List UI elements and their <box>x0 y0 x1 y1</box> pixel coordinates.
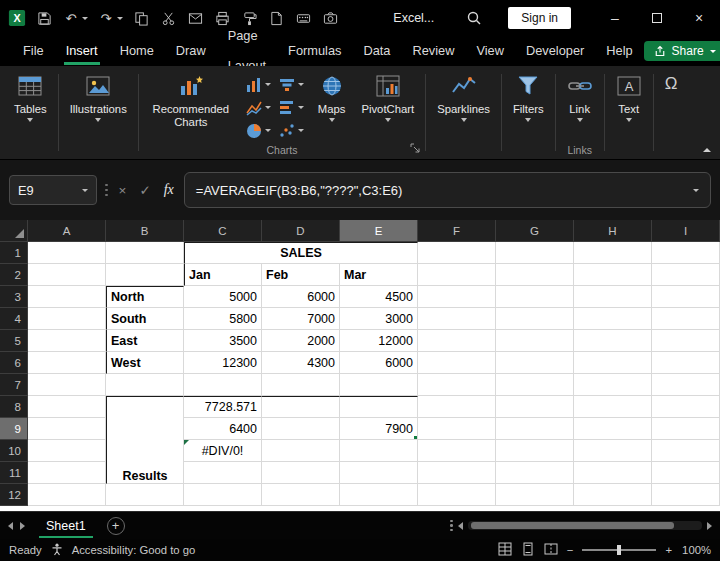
column-header-G[interactable]: G <box>496 220 574 242</box>
menu-tab-help[interactable]: Help <box>595 36 643 66</box>
text-button[interactable]: A Text <box>608 70 650 126</box>
cell-I9[interactable] <box>652 418 720 440</box>
cell-H12[interactable] <box>574 484 652 506</box>
sheet-nav-left-icon[interactable] <box>8 522 13 530</box>
cell-A7[interactable] <box>28 374 106 396</box>
row-header-5[interactable]: 5 <box>0 330 28 352</box>
cell-H10[interactable] <box>574 440 652 462</box>
column-header-E[interactable]: E <box>340 220 418 242</box>
cell-I3[interactable] <box>652 286 720 308</box>
cell-A4[interactable] <box>28 308 106 330</box>
cell-A5[interactable] <box>28 330 106 352</box>
menu-tab-insert[interactable]: Insert <box>55 36 109 66</box>
cell-D3[interactable]: 6000 <box>262 286 340 308</box>
cell-D7[interactable] <box>262 374 340 396</box>
menu-tab-formulas[interactable]: Formulas <box>277 36 352 66</box>
share-button[interactable]: Share <box>644 41 720 61</box>
cell-I8[interactable] <box>652 396 720 418</box>
filters-button[interactable]: Filters <box>505 70 552 126</box>
row-header-11[interactable]: 11 <box>0 462 28 484</box>
cell-G4[interactable] <box>496 308 574 330</box>
cell-H6[interactable] <box>574 352 652 374</box>
column-header-H[interactable]: H <box>574 220 652 242</box>
expand-formula-bar-icon[interactable] <box>693 189 699 192</box>
row-header-12[interactable]: 12 <box>0 484 28 506</box>
illustrations-button[interactable]: Illustrations <box>62 70 135 126</box>
column-header-F[interactable]: F <box>418 220 496 242</box>
cell-D10[interactable] <box>262 440 340 462</box>
cell-D2[interactable]: Feb <box>262 264 340 286</box>
redo-dropdown-icon[interactable] <box>117 17 123 20</box>
cancel-icon[interactable]: × <box>116 183 130 198</box>
cell-C7[interactable] <box>184 374 262 396</box>
column-header-I[interactable]: I <box>652 220 720 242</box>
cell-E10[interactable] <box>340 440 418 462</box>
accessibility-status[interactable]: Accessibility: Good to go <box>72 544 196 556</box>
cell-G7[interactable] <box>496 374 574 396</box>
mini-bar-chart-button[interactable] <box>275 99 308 117</box>
cell-F3[interactable] <box>418 286 496 308</box>
cell-A1[interactable] <box>28 242 106 264</box>
column-header-B[interactable]: B <box>106 220 184 242</box>
cell-G9[interactable] <box>496 418 574 440</box>
row-header-7[interactable]: 7 <box>0 374 28 396</box>
accept-icon[interactable]: ✓ <box>136 182 153 198</box>
cell-C11[interactable] <box>184 462 262 484</box>
cell-B4[interactable]: South <box>106 308 184 330</box>
tables-button[interactable]: Tables <box>6 70 55 126</box>
cell-A10[interactable] <box>28 440 106 462</box>
cell-G12[interactable] <box>496 484 574 506</box>
charts-dialog-launcher-icon[interactable] <box>410 142 420 156</box>
mini-funnel-chart-button[interactable] <box>275 76 308 94</box>
row-header-8[interactable]: 8 <box>0 396 28 418</box>
cell-G1[interactable] <box>496 242 574 264</box>
zoom-slider[interactable] <box>582 544 656 556</box>
cell-I7[interactable] <box>652 374 720 396</box>
row-header-1[interactable]: 1 <box>0 242 28 264</box>
cell-C3[interactable]: 5000 <box>184 286 262 308</box>
zoom-out-button[interactable]: − <box>567 544 574 556</box>
name-box-dropdown-icon[interactable] <box>82 189 88 192</box>
menu-tab-review[interactable]: Review <box>401 36 465 66</box>
scroll-right-icon[interactable] <box>707 522 712 530</box>
cell-D8[interactable] <box>262 396 340 418</box>
cell-E3[interactable]: 4500 <box>340 286 418 308</box>
close-button[interactable]: × <box>678 0 720 36</box>
cell-I1[interactable] <box>652 242 720 264</box>
mini-column-chart-button[interactable] <box>242 76 275 94</box>
symbols-button[interactable]: Ω <box>657 70 686 98</box>
cell-F12[interactable] <box>418 484 496 506</box>
sheet-nav-right-icon[interactable] <box>20 522 25 530</box>
cell-B5[interactable]: East <box>106 330 184 352</box>
cell-I5[interactable] <box>652 330 720 352</box>
name-box[interactable]: E9 <box>9 175 97 205</box>
formula-input[interactable]: =AVERAGEIF(B3:B6,"????",C3:E6) <box>184 172 711 208</box>
cell-E12[interactable] <box>340 484 418 506</box>
select-all-corner[interactable] <box>0 220 28 242</box>
cell-F6[interactable] <box>418 352 496 374</box>
cell-E6[interactable]: 6000 <box>340 352 418 374</box>
cell-C2[interactable]: Jan <box>184 264 262 286</box>
zoom-level[interactable]: 100% <box>681 544 711 556</box>
cell-C9[interactable]: 6400 <box>184 418 262 440</box>
cell-I2[interactable] <box>652 264 720 286</box>
menu-tab-file[interactable]: File <box>12 36 55 66</box>
cell-E2[interactable]: Mar <box>340 264 418 286</box>
cell-H7[interactable] <box>574 374 652 396</box>
cell-D5[interactable]: 2000 <box>262 330 340 352</box>
cell-D6[interactable]: 4300 <box>262 352 340 374</box>
cell-B12[interactable] <box>106 484 184 506</box>
cell-B8[interactable]: Results <box>106 396 184 484</box>
row-header-4[interactable]: 4 <box>0 308 28 330</box>
insert-function-icon[interactable]: fx <box>161 182 177 198</box>
cell-G2[interactable] <box>496 264 574 286</box>
row-header-3[interactable]: 3 <box>0 286 28 308</box>
cell-E11[interactable] <box>340 462 418 484</box>
cell-G8[interactable] <box>496 396 574 418</box>
cell-B3[interactable]: North <box>106 286 184 308</box>
cell-H11[interactable] <box>574 462 652 484</box>
column-header-D[interactable]: D <box>262 220 340 242</box>
add-sheet-button[interactable]: + <box>107 517 125 535</box>
cell-F5[interactable] <box>418 330 496 352</box>
row-header-2[interactable]: 2 <box>0 264 28 286</box>
